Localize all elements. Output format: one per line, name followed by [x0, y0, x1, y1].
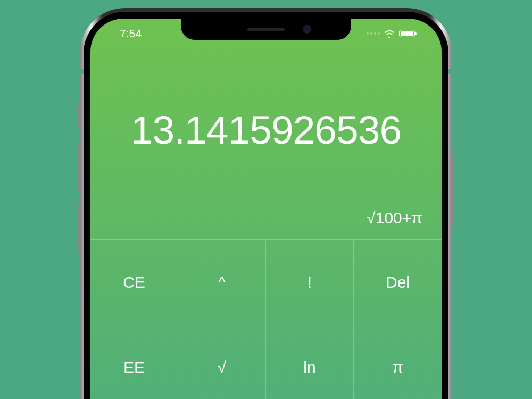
calculator-keypad: CE ^ ! Del EE √ ln π — [90, 239, 442, 399]
factorial-button[interactable]: ! — [266, 239, 354, 325]
antenna-line — [80, 69, 84, 74]
calculator-display: 13.1415926536 √100+π — [90, 51, 442, 239]
wifi-icon — [384, 29, 395, 38]
result-value: 13.1415926536 — [105, 51, 427, 209]
page-dots-icon — [367, 32, 380, 35]
ee-button[interactable]: EE — [90, 325, 178, 399]
delete-button[interactable]: Del — [354, 239, 442, 325]
power-operator-button[interactable]: ^ — [178, 239, 266, 325]
status-time: 7:54 — [120, 27, 142, 40]
status-bar: 7:54 — [90, 28, 442, 39]
phone-bezel: 7:54 — [84, 12, 448, 399]
power-button — [452, 152, 454, 226]
battery-icon — [399, 30, 415, 37]
status-indicators — [367, 29, 415, 38]
mute-switch — [78, 104, 80, 128]
pi-button[interactable]: π — [354, 325, 442, 399]
calculator-screen: 7:54 — [90, 19, 442, 399]
volume-up-button — [78, 144, 80, 192]
expression-value: √100+π — [105, 209, 427, 231]
antenna-line — [448, 69, 452, 74]
clear-entry-button[interactable]: CE — [90, 239, 178, 325]
sqrt-button[interactable]: √ — [178, 325, 266, 399]
ln-button[interactable]: ln — [266, 325, 354, 399]
volume-down-button — [78, 205, 80, 253]
phone-frame: 7:54 — [80, 8, 452, 399]
